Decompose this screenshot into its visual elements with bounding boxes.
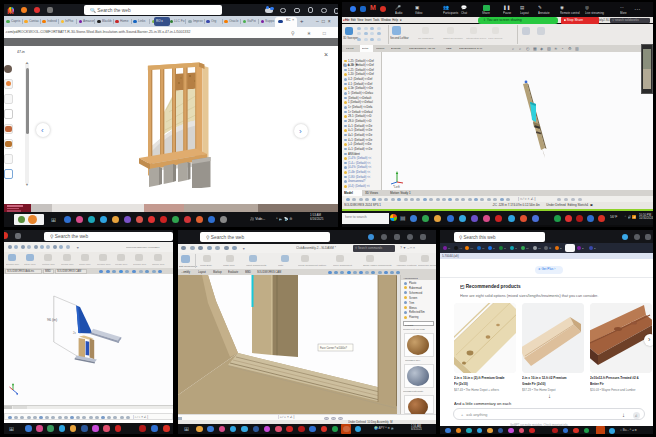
svg-text:2x: 2x [73,331,76,335]
svg-text:Face Corner? w1000x?: Face Corner? w1000x? [320,346,348,350]
svg-text:96 (in): 96 (in) [47,318,57,322]
